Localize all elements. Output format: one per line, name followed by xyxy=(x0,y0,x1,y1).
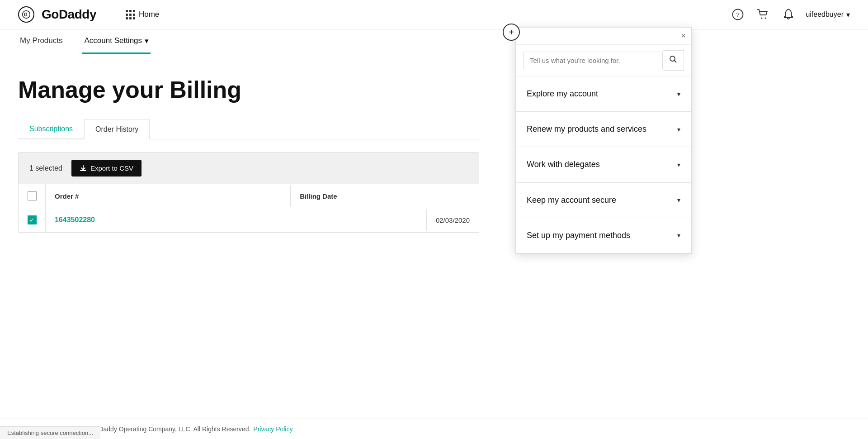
accordion-chevron-1-icon: ▾ xyxy=(677,91,680,98)
footer: Copyright © 1999 – 2020 GoDaddy Operatin… xyxy=(0,419,868,439)
col-billing-header: Billing Date xyxy=(291,185,479,207)
svg-text:?: ? xyxy=(736,11,740,18)
accordion-label-secure: Keep my account secure xyxy=(527,195,616,206)
godaddy-logo-text: GoDaddy xyxy=(42,7,96,22)
accordion-item-4: Keep my account secure ▾ xyxy=(516,183,691,218)
row-checkbox-col: ✓ xyxy=(19,208,46,232)
help-search-input[interactable] xyxy=(523,52,663,69)
accordion-trigger-explore[interactable]: Explore my account ▾ xyxy=(516,76,691,111)
accordion-trigger-payment[interactable]: Set up my payment methods ▾ xyxy=(516,218,691,253)
table-header-row: Order # Billing Date xyxy=(19,184,479,208)
notifications-button[interactable] xyxy=(780,6,797,23)
nav-tabs: My Products Account Settings ▾ xyxy=(0,29,868,54)
help-close-button[interactable]: × xyxy=(681,31,686,41)
accordion-item-5: Set up my payment methods ▾ xyxy=(516,218,691,253)
help-plus-icon: + xyxy=(509,28,514,37)
svg-point-4 xyxy=(765,18,766,19)
selected-count: 1 selected xyxy=(29,164,62,172)
accordion-label-delegates: Work with delegates xyxy=(527,159,600,170)
svg-point-3 xyxy=(761,18,763,19)
home-nav[interactable]: Home xyxy=(126,10,159,19)
accordion-chevron-2-icon: ▾ xyxy=(677,126,680,133)
accordion-label-explore: Explore my account xyxy=(527,88,598,100)
subscriptions-tab[interactable]: Subscriptions xyxy=(18,119,84,139)
main-content: Manage your Billing Subscriptions Order … xyxy=(0,54,497,251)
godaddy-logo-icon: G xyxy=(18,6,34,23)
accordion-label-payment: Set up my payment methods xyxy=(527,230,630,241)
home-label: Home xyxy=(139,10,159,19)
help-button[interactable]: ? xyxy=(730,6,746,23)
user-menu-button[interactable]: uifeedbuyer ▾ xyxy=(806,10,850,19)
col-order-header: Order # xyxy=(46,185,291,207)
accordion-trigger-secure[interactable]: Keep my account secure ▾ xyxy=(516,183,691,218)
account-settings-chevron-icon: ▾ xyxy=(145,36,149,46)
row-checkbox[interactable]: ✓ xyxy=(28,215,37,224)
accordion-trigger-renew[interactable]: Renew my products and services ▾ xyxy=(516,112,691,147)
page-title: Manage your Billing xyxy=(18,77,479,103)
selection-bar: 1 selected Export to CSV xyxy=(18,152,479,184)
logo-area: G GoDaddy Home xyxy=(18,6,159,23)
account-settings-tab[interactable]: Account Settings ▾ xyxy=(82,29,151,54)
accordion-item-3: Work with delegates ▾ xyxy=(516,147,691,182)
help-search-row xyxy=(516,45,691,76)
svg-text:G: G xyxy=(24,12,28,17)
my-products-tab[interactable]: My Products xyxy=(18,29,64,54)
order-id-link[interactable]: 1643502280 xyxy=(55,216,95,224)
status-message: Establishing secure connection... xyxy=(7,429,93,436)
select-all-checkbox[interactable] xyxy=(28,191,37,200)
table-row: ✓ 1643502280 02/03/2020 xyxy=(19,208,479,232)
privacy-policy-link[interactable]: Privacy Policy xyxy=(253,425,292,433)
order-id-cell: 1643502280 xyxy=(46,209,427,231)
user-name: uifeedbuyer xyxy=(806,10,844,19)
status-bar: Establishing secure connection... xyxy=(0,426,100,439)
content-tabs: Subscriptions Order History xyxy=(18,119,479,139)
order-history-tab[interactable]: Order History xyxy=(84,119,150,139)
accordion-trigger-delegates[interactable]: Work with delegates ▾ xyxy=(516,147,691,182)
logo-divider xyxy=(111,8,111,21)
user-chevron-icon: ▾ xyxy=(846,10,850,19)
accordion-label-renew: Renew my products and services xyxy=(527,124,646,135)
accordion-chevron-5-icon: ▾ xyxy=(677,232,680,239)
cart-button[interactable] xyxy=(755,6,771,23)
help-search-button[interactable] xyxy=(663,50,684,71)
header: G GoDaddy Home ? xyxy=(0,0,868,29)
export-btn-label: Export to CSV xyxy=(90,164,133,172)
grid-icon xyxy=(126,10,135,19)
table-select-all-col xyxy=(19,184,46,208)
accordion-item-1: Explore my account ▾ xyxy=(516,76,691,112)
help-circle-button[interactable]: + xyxy=(503,24,520,41)
header-actions: ? uifeedbuyer ▾ xyxy=(730,6,850,23)
help-popup: × Explore my account ▾ Renew my products… xyxy=(515,27,692,254)
export-csv-button[interactable]: Export to CSV xyxy=(71,160,142,177)
accordion-item-2: Renew my products and services ▾ xyxy=(516,112,691,147)
accordion-chevron-3-icon: ▾ xyxy=(677,161,680,168)
billing-date-cell: 02/03/2020 xyxy=(427,209,479,231)
accordion-chevron-4-icon: ▾ xyxy=(677,196,680,204)
orders-table: Order # Billing Date ✓ 1643502280 02/03/… xyxy=(18,184,479,233)
